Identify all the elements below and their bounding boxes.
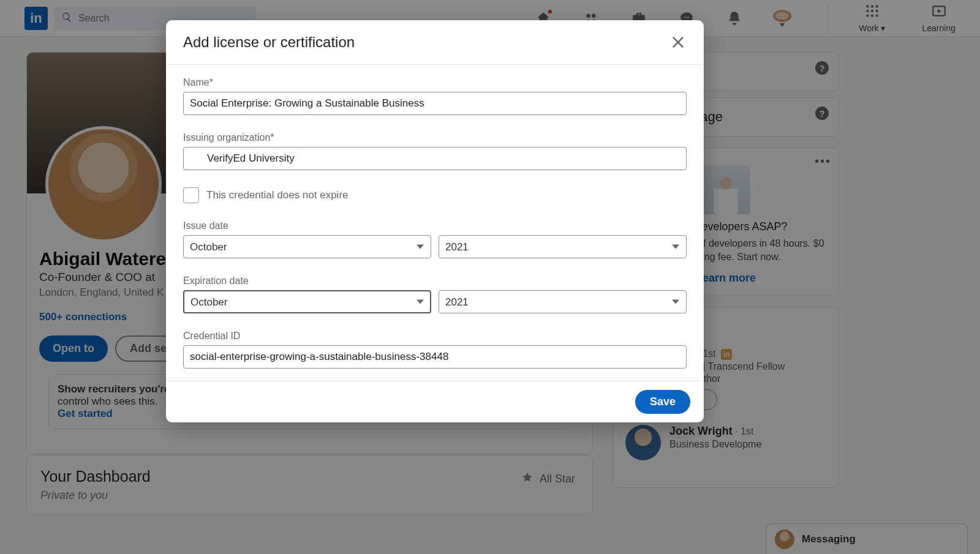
name-label: Name* bbox=[183, 77, 687, 88]
name-input[interactable] bbox=[183, 92, 687, 115]
modal-title: Add license or certification bbox=[183, 34, 355, 51]
no-expire-label: This credential does not expire bbox=[206, 189, 349, 201]
issue-month-select[interactable]: October bbox=[183, 235, 431, 258]
issue-date-label: Issue date bbox=[183, 220, 687, 231]
credential-id-label: Credential ID bbox=[183, 331, 687, 342]
expiration-date-label: Expiration date bbox=[183, 275, 687, 286]
chevron-down-icon bbox=[672, 245, 679, 249]
issue-year-select[interactable]: 2021 bbox=[439, 235, 687, 258]
chevron-down-icon bbox=[672, 300, 679, 304]
add-certification-modal: Add license or certification Name* Issui… bbox=[166, 20, 704, 422]
save-button[interactable]: Save bbox=[635, 390, 690, 414]
issuing-org-input[interactable] bbox=[183, 147, 687, 170]
chevron-down-icon bbox=[417, 245, 424, 249]
chevron-down-icon bbox=[417, 300, 424, 304]
credential-id-input[interactable] bbox=[183, 345, 687, 369]
issuing-org-label: Issuing organization* bbox=[183, 132, 687, 143]
close-button[interactable] bbox=[669, 34, 687, 51]
expiration-year-select[interactable]: 2021 bbox=[439, 290, 687, 313]
close-icon bbox=[669, 42, 687, 53]
no-expire-checkbox[interactable] bbox=[183, 187, 199, 203]
expiration-month-select[interactable]: October bbox=[183, 290, 431, 313]
